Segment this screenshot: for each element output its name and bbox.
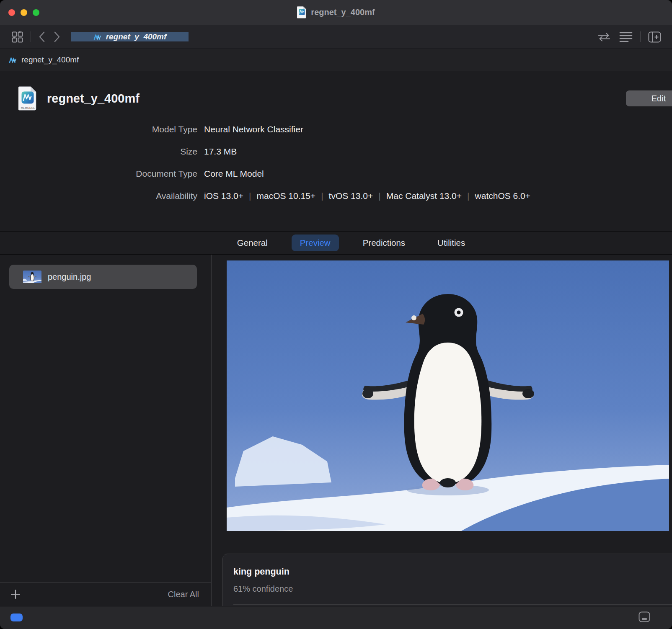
editor-options-button[interactable] <box>615 25 637 49</box>
sidebar-footer: Clear All <box>0 582 211 606</box>
availability-separator: | <box>249 191 251 201</box>
back-chevron-icon <box>39 31 45 42</box>
tab-overview-icon <box>12 31 23 43</box>
availability-separator: | <box>378 191 380 201</box>
penguin-thumbnail <box>23 271 41 283</box>
tab-preview[interactable]: Preview <box>292 235 339 251</box>
model-metadata: Model Type Neural Network Classifier Siz… <box>0 124 672 201</box>
meta-label: Availability <box>0 191 197 201</box>
prediction-card: king penguin 61% confidence <box>222 554 672 606</box>
file-name: penguin.jpg <box>48 272 91 282</box>
availability-item: watchOS 6.0+ <box>475 191 531 201</box>
meta-label: Model Type <box>0 124 197 134</box>
model-title: regnet_y_400mf <box>47 92 140 106</box>
activity-indicator-pill <box>10 614 23 621</box>
preview-sidebar: penguin.jpg Clear All <box>0 255 212 606</box>
toolbar-separator <box>31 31 31 42</box>
preview-file-list: penguin.jpg <box>0 255 211 289</box>
forward-chevron-icon <box>54 31 60 42</box>
ml-wave-icon <box>93 34 101 41</box>
tab-overview-button[interactable] <box>8 25 27 49</box>
meta-value-availability: iOS 13.0+ | macOS 10.15+ | tvOS 13.0+ | … <box>204 191 531 201</box>
meta-value-document-type: Core ML Model <box>204 169 672 179</box>
availability-item: macOS 10.15+ <box>256 191 315 201</box>
tab-general[interactable]: General <box>229 235 276 251</box>
list-item-penguin[interactable]: penguin.jpg <box>9 265 197 289</box>
penguin-preview-image <box>227 260 669 531</box>
mlmodel-badge: MLMODEL <box>18 106 37 109</box>
availability-item: Mac Catalyst 13.0+ <box>386 191 462 201</box>
bottom-panel-icon <box>638 611 650 622</box>
toolbar-separator <box>640 31 641 42</box>
related-items-button[interactable] <box>593 25 615 49</box>
related-items-icon <box>597 32 611 42</box>
editor-tab-regnet[interactable]: regnet_y_400mf <box>71 32 189 41</box>
plus-icon <box>10 589 21 599</box>
availability-item: iOS 13.0+ <box>204 191 243 201</box>
toggle-bottom-panel-button[interactable] <box>638 611 650 622</box>
go-forward-button[interactable] <box>49 25 65 49</box>
model-header: MLMODEL regnet_y_400mf Edit Model Type N… <box>0 71 672 232</box>
toolbar: regnet_y_400mf <box>0 25 672 49</box>
add-file-button[interactable] <box>10 583 21 606</box>
mlmodel-document-icon: MLMODEL <box>18 86 37 111</box>
meta-label: Size <box>0 147 197 157</box>
jump-bar: regnet_y_400mf <box>0 49 672 71</box>
add-editor-button[interactable] <box>644 25 665 49</box>
availability-separator: | <box>321 191 323 201</box>
window-title: regnet_y_400mf <box>311 8 375 17</box>
prediction-label: king penguin <box>233 567 672 577</box>
titlebar: regnet_y_400mf <box>0 0 672 25</box>
editor-options-icon <box>619 31 633 42</box>
bottom-bar <box>0 606 672 629</box>
tab-predictions[interactable]: Predictions <box>354 235 414 251</box>
jump-bar-item[interactable]: regnet_y_400mf <box>21 55 79 64</box>
zoom-window-button[interactable] <box>33 9 39 16</box>
editor-tab-label: regnet_y_400mf <box>106 32 167 41</box>
availability-separator: | <box>467 191 469 201</box>
mlmodel-file-icon <box>297 6 307 18</box>
tab-utilities[interactable]: Utilities <box>429 235 473 251</box>
prediction-confidence: 61% confidence <box>233 584 672 594</box>
clear-all-button[interactable]: Clear All <box>168 590 199 599</box>
meta-value-model-type: Neural Network Classifier <box>204 124 672 134</box>
minimize-window-button[interactable] <box>21 9 27 16</box>
meta-value-size: 17.3 MB <box>204 147 672 157</box>
edit-button[interactable]: Edit <box>626 90 672 106</box>
go-back-button[interactable] <box>34 25 49 49</box>
traffic-lights <box>8 0 39 25</box>
xcode-window: regnet_y_400mf <box>0 0 672 629</box>
ml-wave-icon <box>9 57 17 64</box>
add-editor-icon <box>648 31 661 43</box>
meta-label: Document Type <box>0 169 197 179</box>
close-window-button[interactable] <box>8 9 15 16</box>
section-tabbar: General Preview Predictions Utilities <box>0 232 672 255</box>
preview-main: king penguin 61% confidence <box>212 255 672 606</box>
availability-item: tvOS 13.0+ <box>329 191 373 201</box>
window-title-group: regnet_y_400mf <box>297 6 375 18</box>
prediction-divider <box>233 604 672 605</box>
preview-content: penguin.jpg Clear All king peng <box>0 255 672 606</box>
